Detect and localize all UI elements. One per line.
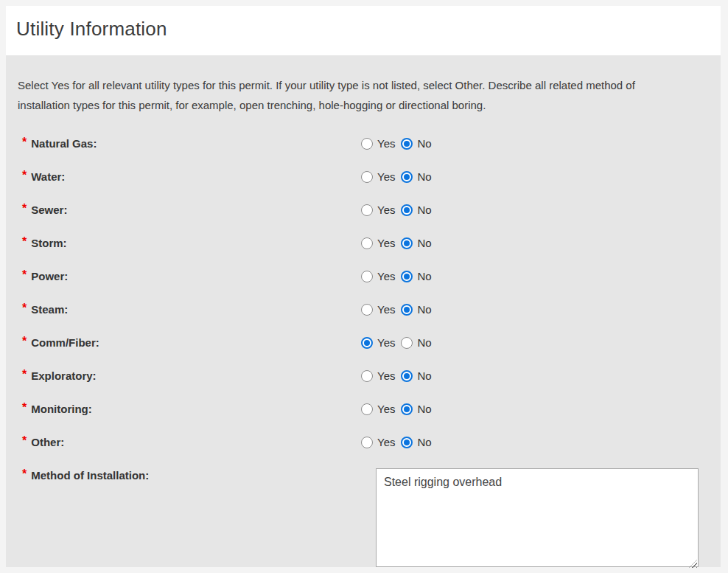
radio-yes-label[interactable]: Yes (377, 403, 395, 415)
radio-no-label[interactable]: No (417, 204, 431, 216)
field-label-cell: * Steam: (22, 303, 361, 316)
required-asterisk: * (22, 205, 27, 212)
radio-yes[interactable] (361, 437, 373, 448)
field-row: * Sewer: Yes No (6, 193, 721, 226)
method-textarea-wrap: Steel rigging overhead (376, 468, 699, 570)
required-asterisk: * (22, 238, 27, 246)
radio-yes[interactable] (361, 204, 373, 216)
radio-no[interactable] (401, 403, 413, 415)
radio-no-label[interactable]: No (417, 270, 431, 282)
field-label: Monitoring: (31, 403, 91, 415)
radio-no[interactable] (401, 370, 413, 382)
radio-yes[interactable] (361, 138, 373, 150)
field-label: Sewer: (31, 204, 67, 216)
field-row: * Other: Yes No (6, 426, 721, 459)
yes-no-radio-group: Yes No (361, 403, 432, 415)
required-asterisk: * (22, 437, 27, 445)
radio-yes-label[interactable]: Yes (377, 270, 395, 282)
radio-yes-label[interactable]: Yes (377, 436, 395, 448)
yes-no-radio-group: Yes No (361, 237, 432, 249)
field-label-cell: * Natural Gas: (22, 137, 361, 150)
required-asterisk: * (22, 404, 27, 411)
radio-yes[interactable] (361, 171, 373, 183)
required-asterisk: * (22, 371, 27, 378)
radio-yes-label[interactable]: Yes (377, 237, 395, 249)
field-row: * Storm: Yes No (6, 226, 721, 260)
radio-no[interactable] (401, 271, 413, 282)
radio-no[interactable] (401, 437, 413, 448)
radio-no-label[interactable]: No (417, 403, 431, 415)
yes-no-radio-group: Yes No (361, 204, 432, 216)
field-row: * Steam: Yes No (6, 293, 721, 326)
required-asterisk: * (22, 338, 27, 345)
radio-yes[interactable] (361, 271, 373, 282)
radio-no[interactable] (401, 304, 413, 316)
radio-no-label[interactable]: No (417, 336, 431, 349)
field-row: * Monitoring: Yes No (6, 392, 721, 426)
field-row: * Water: Yes No (6, 160, 721, 193)
field-label: Other: (31, 436, 64, 448)
radio-yes[interactable] (361, 370, 373, 382)
field-row: * Power: Yes No (6, 260, 721, 293)
radio-yes[interactable] (361, 237, 373, 249)
radio-no[interactable] (401, 237, 413, 249)
yes-no-radio-group: Yes No (361, 369, 432, 382)
radio-no-label[interactable]: No (417, 237, 431, 249)
yes-no-radio-group: Yes No (361, 170, 432, 183)
page-title: Utility Information (6, 6, 721, 41)
field-label: Power: (31, 270, 68, 282)
yes-no-radio-group: Yes No (361, 270, 432, 282)
radio-yes[interactable] (361, 304, 373, 316)
radio-no-label[interactable]: No (417, 436, 431, 448)
radio-yes-label[interactable]: Yes (377, 303, 395, 316)
field-row: * Comm/Fiber: Yes No (6, 326, 721, 359)
field-label: Water: (31, 170, 65, 183)
section-header: Utility Information (6, 6, 721, 55)
field-label-cell: * Method of Installation: (22, 459, 361, 482)
form-description: Select Yes for all relevant utility type… (6, 55, 687, 115)
field-label-cell: * Exploratory: (22, 369, 361, 382)
radio-field-rows: * Natural Gas: Yes No * Water: Yes No * … (6, 127, 721, 459)
radio-no-label[interactable]: No (417, 303, 431, 316)
radio-no-label[interactable]: No (417, 137, 431, 150)
field-row: * Exploratory: Yes No (6, 359, 721, 392)
yes-no-radio-group: Yes No (361, 137, 432, 150)
radio-yes-label[interactable]: Yes (377, 137, 395, 150)
radio-yes-label[interactable]: Yes (377, 170, 395, 183)
field-label: Method of Installation: (31, 469, 149, 482)
radio-no[interactable] (401, 138, 413, 150)
field-label-cell: * Sewer: (22, 204, 361, 216)
radio-no[interactable] (401, 337, 413, 349)
radio-no-label[interactable]: No (417, 369, 431, 382)
radio-yes-label[interactable]: Yes (377, 369, 395, 382)
radio-yes-label[interactable]: Yes (377, 336, 395, 349)
yes-no-radio-group: Yes No (361, 336, 432, 349)
yes-no-radio-group: Yes No (361, 436, 432, 448)
required-asterisk: * (22, 470, 27, 478)
field-label-cell: * Storm: (22, 237, 361, 249)
required-asterisk: * (22, 271, 27, 279)
yes-no-radio-group: Yes No (361, 303, 432, 316)
radio-no[interactable] (401, 171, 413, 183)
field-label: Natural Gas: (31, 137, 97, 150)
required-asterisk: * (22, 305, 27, 312)
radio-no[interactable] (401, 204, 413, 216)
radio-no-label[interactable]: No (417, 170, 431, 183)
required-asterisk: * (22, 139, 27, 146)
required-asterisk: * (22, 172, 27, 179)
field-label-cell: * Monitoring: (22, 403, 361, 415)
utility-form-panel: Select Yes for all relevant utility type… (6, 55, 721, 567)
radio-yes[interactable] (361, 403, 373, 415)
radio-yes-label[interactable]: Yes (377, 204, 395, 216)
field-label: Exploratory: (31, 369, 96, 382)
radio-yes[interactable] (361, 337, 373, 349)
method-of-installation-input[interactable]: Steel rigging overhead (376, 468, 699, 567)
field-label-cell: * Power: (22, 270, 361, 282)
field-label: Steam: (31, 303, 68, 316)
field-row: * Natural Gas: Yes No (6, 127, 721, 160)
method-of-installation-row: * Method of Installation: Steel rigging … (6, 459, 721, 492)
field-label: Storm: (31, 237, 66, 249)
field-label-cell: * Other: (22, 436, 361, 448)
field-label-cell: * Comm/Fiber: (22, 336, 361, 349)
field-label-cell: * Water: (22, 170, 361, 183)
